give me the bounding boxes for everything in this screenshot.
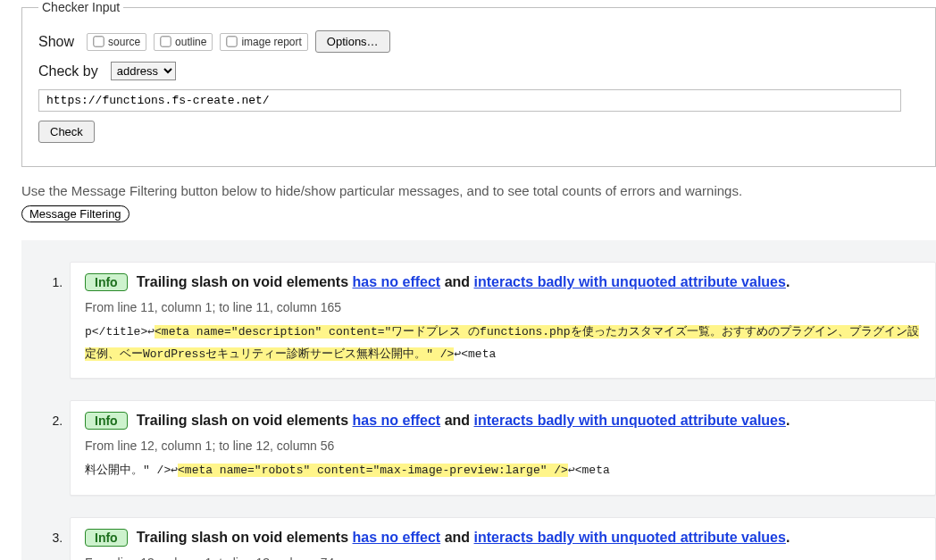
results-area: InfoTrailing slash on void elements has … <box>21 240 936 560</box>
message-location: From line 11, column 1; to line 11, colu… <box>85 300 921 314</box>
checker-input-fieldset: Checker Input Show source outline image … <box>21 0 936 167</box>
show-source-option[interactable]: source <box>87 33 146 51</box>
message-header: InfoTrailing slash on void elements has … <box>85 412 921 430</box>
message-location: From line 12, column 1; to line 12, colu… <box>85 439 921 453</box>
message-header: InfoTrailing slash on void elements has … <box>85 529 921 547</box>
message-header: InfoTrailing slash on void elements has … <box>85 273 921 291</box>
message-text: Trailing slash on void elements has no e… <box>137 530 790 546</box>
show-source-checkbox[interactable] <box>93 36 104 46</box>
message-card: InfoTrailing slash on void elements has … <box>70 517 936 560</box>
message-text: Trailing slash on void elements has no e… <box>137 274 790 290</box>
result-item: InfoTrailing slash on void elements has … <box>66 400 936 496</box>
url-row <box>38 89 919 112</box>
severity-badge: Info <box>85 273 128 291</box>
highlighted-code: <meta name="robots" content="max-image-p… <box>178 464 568 477</box>
show-imagereport-checkbox[interactable] <box>227 36 238 46</box>
message-location: From line 13, column 1; to line 13, colu… <box>85 556 921 560</box>
check-button[interactable]: Check <box>38 121 95 143</box>
code-extract: 料公開中。" />↩<meta name="robots" content="m… <box>85 460 921 482</box>
severity-badge: Info <box>85 412 128 430</box>
message-card: InfoTrailing slash on void elements has … <box>70 262 936 379</box>
show-outline-checkbox[interactable] <box>160 36 171 46</box>
show-outline-text: outline <box>175 36 206 48</box>
message-link[interactable]: interacts badly with unquoted attribute … <box>474 530 786 545</box>
checkby-row: Check by address <box>38 62 919 80</box>
results-list: InfoTrailing slash on void elements has … <box>48 262 936 560</box>
show-source-text: source <box>108 36 140 48</box>
message-link[interactable]: interacts badly with unquoted attribute … <box>474 413 786 428</box>
result-item: InfoTrailing slash on void elements has … <box>66 517 936 560</box>
intro-text: Use the Message Filtering button below t… <box>21 183 936 198</box>
message-link[interactable]: interacts badly with unquoted attribute … <box>474 274 786 289</box>
show-row: Show source outline image report Options… <box>38 30 919 53</box>
show-imagereport-text: image report <box>241 36 301 48</box>
severity-badge: Info <box>85 529 128 547</box>
message-link[interactable]: has no effect <box>353 530 441 545</box>
show-outline-option[interactable]: outline <box>154 33 213 51</box>
show-imagereport-option[interactable]: image report <box>220 33 307 51</box>
checkby-label: Check by <box>38 63 98 79</box>
message-link[interactable]: has no effect <box>353 274 441 289</box>
checker-legend: Checker Input <box>38 0 123 14</box>
code-extract: p</title>↩<meta name="description" conte… <box>85 322 921 365</box>
url-input[interactable] <box>38 89 901 112</box>
check-row: Check <box>38 121 919 143</box>
message-card: InfoTrailing slash on void elements has … <box>70 400 936 496</box>
message-filtering-button[interactable]: Message Filtering <box>21 205 130 222</box>
show-label: Show <box>38 34 74 50</box>
checkby-select[interactable]: address <box>111 62 176 80</box>
result-item: InfoTrailing slash on void elements has … <box>66 262 936 379</box>
message-text: Trailing slash on void elements has no e… <box>137 413 790 429</box>
options-button[interactable]: Options… <box>315 30 390 53</box>
highlighted-code: <meta name="description" content="ワードプレス… <box>85 325 919 361</box>
message-link[interactable]: has no effect <box>353 413 441 428</box>
